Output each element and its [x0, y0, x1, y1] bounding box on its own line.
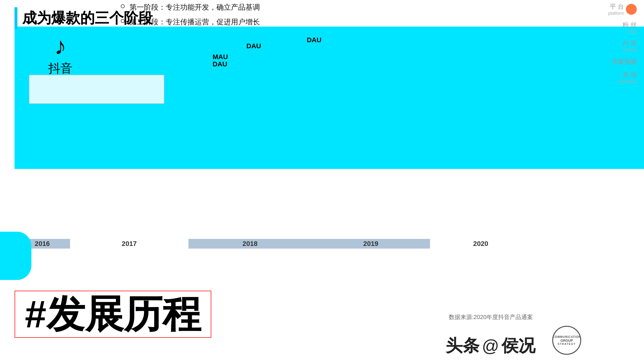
nav-text-marketing: 营 销 marketing [618, 71, 637, 84]
nav-sub-content: content [622, 47, 637, 53]
timeline-2019: 2019 [312, 239, 430, 249]
bottom-section: #发展历程 数据来源:2020年度抖音产品通案 头条 @ 侯况 COMMUNIC… [0, 251, 591, 362]
sidebar-nav: 平 台 platform 粉 丝 fans 内 容 content 流量视频 营… [608, 0, 637, 362]
nav-text-fans: 粉 丝 fans [622, 21, 637, 34]
nav-main-content: 内 容 [622, 39, 637, 47]
header-section: 成为爆款的三个阶段 [14, 7, 644, 36]
title-block: 成为爆款的三个阶段 [14, 7, 644, 29]
year-2020: 2020 [473, 240, 488, 248]
dau-label-2018: DAU [212, 60, 227, 68]
timeline-2018: 2018 [188, 239, 312, 249]
brand-name: 侯况 [502, 335, 535, 357]
tiktok-area: ♪ 抖音 [48, 34, 72, 76]
brand-head: 头条 [446, 335, 480, 357]
branding-section: 头条 @ 侯况 [446, 335, 535, 357]
nav-sub-marketing: marketing [618, 79, 637, 84]
nav-main-fans: 粉 丝 [622, 21, 637, 29]
nav-text-platform: 平 台 platform [608, 2, 624, 16]
circle-logo-text3: STRATEGY [558, 343, 576, 345]
nav-main-video: 流量视频 [612, 57, 637, 66]
nav-text-content: 内 容 content [622, 39, 637, 53]
nav-item-marketing[interactable]: 营 销 marketing [618, 71, 637, 84]
nav-main-marketing: 营 销 [618, 71, 637, 79]
nav-sub-platform: platform [608, 11, 624, 16]
hashtag-title: #发展历程 [25, 295, 201, 334]
year-2018: 2018 [242, 240, 258, 248]
brand-at: @ [482, 336, 499, 356]
circle-logo-text2: GROUP [560, 339, 573, 343]
nav-item-fans[interactable]: 粉 丝 fans [622, 21, 637, 34]
year-2019: 2019 [363, 240, 378, 248]
nav-item-video[interactable]: 流量视频 [612, 57, 637, 66]
page-title: 成为爆款的三个阶段 [22, 8, 153, 28]
mau-label-2018: MAU [212, 53, 228, 61]
timeline-2017: 2017 [70, 239, 188, 249]
hashtag-box: #发展历程 [14, 291, 211, 338]
tiktok-label: 抖音 [48, 60, 72, 76]
dau-label-2020: DAU [307, 36, 322, 44]
nav-main-platform: 平 台 [608, 2, 624, 11]
data-source: 数据来源:2020年度抖音产品通案 [449, 313, 533, 321]
title-bar-decoration [14, 7, 18, 29]
white-card [29, 75, 164, 104]
year-2017: 2017 [122, 240, 137, 248]
circle-logo-text1: COMMUNICATION [553, 335, 581, 339]
tiktok-music-icon: ♪ [48, 34, 72, 58]
cyan-blob-decoration [0, 232, 32, 280]
nav-item-content[interactable]: 内 容 content [622, 39, 637, 53]
year-2016: 2016 [35, 240, 50, 248]
timeline-bar: 2016 2017 2018 2019 2020 [14, 239, 644, 249]
dau-label-2019: DAU [246, 42, 261, 50]
nav-text-video: 流量视频 [612, 57, 637, 66]
nav-sub-fans: fans [622, 29, 637, 34]
nav-item-platform[interactable]: 平 台 platform [608, 2, 637, 16]
timeline-2020: 2020 [430, 239, 532, 249]
platform-circle-icon [626, 4, 637, 15]
circle-logo: COMMUNICATION GROUP STRATEGY [552, 326, 581, 355]
